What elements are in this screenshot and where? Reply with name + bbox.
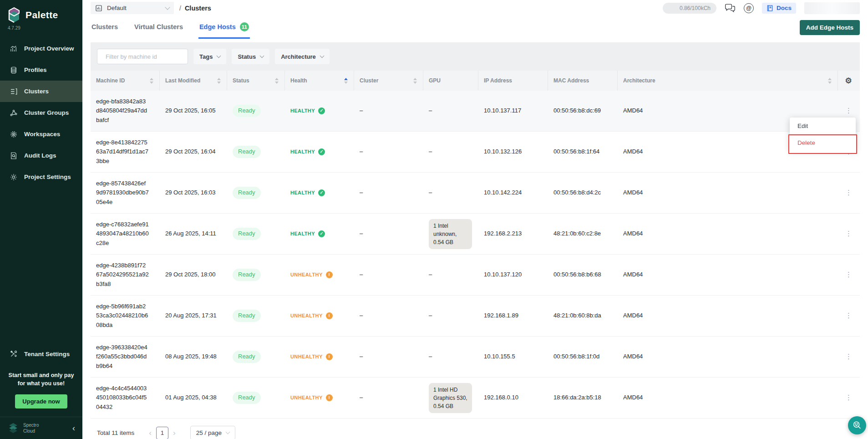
cell-last-modified: 29 Oct 2025, 16:03	[160, 188, 227, 197]
sidebar-item-tenant-settings[interactable]: Tenant Settings	[0, 343, 82, 365]
search-input[interactable]	[106, 53, 186, 60]
sort-icon	[275, 78, 279, 84]
sidebar-item-audit-logs[interactable]: Audit Logs	[0, 145, 82, 166]
promo-text: Start small and only pay for what you us…	[6, 371, 76, 388]
tab-virtual-clusters[interactable]: Virtual Clusters	[133, 17, 184, 38]
cell-gpu: –	[429, 271, 432, 278]
table-row[interactable]: edge-396338420e4f260a55c3bbd046db9b64 08…	[91, 337, 860, 378]
sort-icon	[413, 78, 417, 84]
col-machine-id[interactable]: Machine ID	[91, 71, 160, 91]
project-selector[interactable]: Default	[91, 2, 174, 14]
col-mac-address: MAC Address	[548, 71, 618, 91]
health-icon: ✓	[318, 107, 325, 114]
tab-clusters[interactable]: Clusters	[91, 17, 119, 38]
tags-filter-dropdown[interactable]: Tags	[193, 49, 226, 64]
cell-machine-id: edge-396338420e4f260a55c3bbd046db9b64	[91, 343, 160, 370]
docs-button[interactable]: Docs	[762, 3, 796, 14]
cell-cluster: –	[354, 147, 423, 156]
status-badge: Ready	[233, 187, 261, 199]
sidebar-item-cluster-groups[interactable]: Cluster Groups	[0, 102, 82, 123]
context-menu-edit[interactable]: Edit	[790, 117, 856, 134]
sidebar-item-workspaces[interactable]: Workspaces	[0, 123, 82, 145]
table-row[interactable]: edge-4c4c4544003450108033b6c04f504432 01…	[91, 378, 860, 419]
cell-mac-address: 00:50:56:b8:d4:2c	[548, 188, 618, 197]
filter-bar: Tags Status Architecture	[91, 42, 860, 71]
cell-mac-address: 00:50:56:b8:dc:69	[548, 106, 618, 115]
cell-last-modified: 29 Oct 2025, 16:04	[160, 147, 227, 156]
table-row[interactable]: edge-bfa83842a83d8405804f29a47ddbafcf 29…	[91, 91, 860, 132]
cell-cluster: –	[354, 352, 423, 361]
col-label: Cluster	[360, 77, 378, 84]
architecture-filter-dropdown[interactable]: Architecture	[275, 49, 330, 64]
col-health[interactable]: Health	[285, 71, 354, 91]
row-context-menu: Edit Delete	[790, 117, 856, 150]
row-actions-kebab-icon[interactable]: ⋮	[838, 232, 860, 235]
page-size-select[interactable]: 25 / page	[190, 426, 235, 439]
row-actions-kebab-icon[interactable]: ⋮	[838, 314, 860, 317]
next-page-icon[interactable]: ›	[168, 429, 180, 438]
page-number[interactable]: 1	[156, 427, 168, 439]
upgrade-now-button[interactable]: Upgrade now	[15, 394, 67, 408]
row-actions-kebab-icon[interactable]: ⋮	[838, 191, 860, 194]
status-filter-dropdown[interactable]: Status	[232, 49, 269, 64]
help-chat-button[interactable]	[848, 416, 866, 434]
table-row[interactable]: edge-4238b891f7267a5024295521a92b3fa8 29…	[91, 255, 860, 296]
tools-icon	[10, 350, 18, 358]
table-body: edge-bfa83842a83d8405804f29a47ddbafcf 29…	[91, 91, 860, 419]
table-row[interactable]: edge-8e41384227563a7d14df9f1d1ac73bbe 29…	[91, 132, 860, 173]
status-badge: Ready	[233, 310, 261, 322]
content: Tags Status Architecture Machine ID Last…	[82, 38, 868, 439]
brand-line1: Spectro	[23, 422, 68, 428]
feedback-chat-icon[interactable]	[725, 4, 736, 13]
table-row[interactable]: edge-857438426ef9d9781930dbe90b705e4e 29…	[91, 173, 860, 214]
tab-edge-hosts[interactable]: Edge Hosts 11	[198, 16, 250, 39]
machine-id-search[interactable]	[97, 49, 188, 64]
row-actions-kebab-icon[interactable]: ⋮	[838, 396, 860, 399]
cell-ip-address: 10.10.142.224	[478, 188, 548, 197]
col-label: Status	[233, 77, 249, 84]
sidebar-collapse-icon[interactable]: ‹	[72, 424, 75, 432]
row-actions-kebab-icon[interactable]: ⋮	[838, 273, 860, 276]
table-row[interactable]: edge-5b96f691ab253ca3c02448210b608bda 20…	[91, 296, 860, 337]
magnifier-smiley-icon	[852, 420, 862, 430]
add-edge-hosts-button[interactable]: Add Edge Hosts	[800, 20, 860, 35]
mention-icon[interactable]: @	[744, 3, 754, 13]
cell-cluster: –	[354, 229, 423, 238]
sidebar-item-label: Clusters	[24, 88, 49, 95]
cell-machine-id: edge-4238b891f7267a5024295521a92b3fa8	[91, 261, 160, 288]
project-scope-icon	[95, 5, 102, 12]
col-last-modified[interactable]: Last Modified	[160, 71, 227, 91]
column-settings[interactable]: ⚙	[838, 71, 860, 91]
breadcrumb: Clusters	[185, 5, 211, 12]
col-status[interactable]: Status	[227, 71, 285, 91]
status-badge: Ready	[233, 105, 261, 117]
gear-icon[interactable]: ⚙	[845, 77, 852, 85]
cell-last-modified: 26 Aug 2025, 14:11	[160, 229, 227, 238]
sidebar-item-label: Project Settings	[24, 174, 71, 180]
brand-name: Spectro Cloud	[23, 422, 68, 434]
cell-machine-id: edge-bfa83842a83d8405804f29a47ddbafcf	[91, 97, 160, 124]
health-label: HEALTHY	[290, 230, 315, 238]
sidebar-item-project-overview[interactable]: Project Overview	[0, 38, 82, 59]
health-label: UNHEALTHY	[290, 353, 323, 361]
health-label: UNHEALTHY	[290, 312, 323, 320]
row-actions-kebab-icon[interactable]: ⋮	[838, 109, 860, 112]
sidebar-item-profiles[interactable]: Profiles	[0, 59, 82, 81]
sidebar-item-clusters[interactable]: Clusters	[0, 81, 82, 102]
brand-row: Spectro Cloud ‹	[0, 417, 82, 439]
health-label: HEALTHY	[290, 148, 315, 156]
tab-label: Virtual Clusters	[134, 23, 183, 31]
loading-placeholder	[804, 2, 860, 14]
cell-gpu: 1 Intel unknown, 0.54 GB	[429, 219, 472, 249]
col-cluster[interactable]: Cluster	[354, 71, 423, 91]
col-architecture[interactable]: Architecture	[618, 71, 838, 91]
chevron-down-icon	[260, 53, 264, 58]
row-actions-kebab-icon[interactable]: ⋮	[838, 355, 860, 358]
context-menu-delete[interactable]: Delete	[788, 134, 857, 154]
sort-icon	[150, 78, 153, 84]
cell-machine-id: edge-4c4c4544003450108033b6c04f504432	[91, 384, 160, 411]
prev-page-icon[interactable]: ‹	[144, 429, 156, 438]
cell-last-modified: 01 Aug 2025, 04:38	[160, 393, 227, 402]
table-row[interactable]: edge-c76832aefe914893047a48210b60c28e 26…	[91, 214, 860, 255]
sidebar-item-project-settings[interactable]: Project Settings	[0, 166, 82, 188]
